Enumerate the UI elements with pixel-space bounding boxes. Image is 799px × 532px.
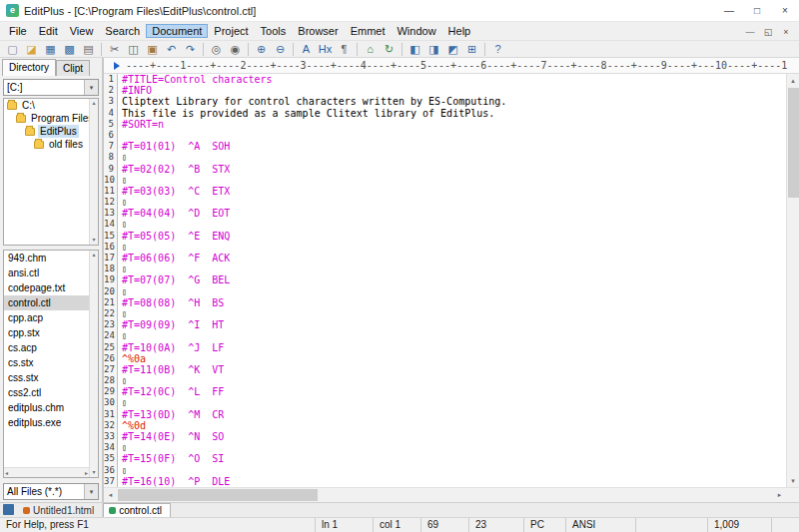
code-line[interactable]: 8 ▯ (104, 152, 786, 163)
font-size-button[interactable]: A (297, 41, 316, 57)
file-item[interactable]: cs.stx (4, 355, 98, 370)
code-line[interactable]: 25 #T=10(0A) ^J LF (104, 342, 786, 353)
code-line[interactable]: 34 ▯ (104, 442, 786, 453)
code-line[interactable]: 14 ▯ (104, 219, 786, 230)
code-line[interactable]: 9 #T=02(02) ^B STX (104, 164, 786, 175)
code-line[interactable]: 12 ▯ (104, 197, 786, 208)
mdi-close-button[interactable]: × (777, 24, 795, 39)
print-button[interactable]: ▤ (79, 41, 98, 57)
code-line[interactable]: 35 #T=15(0F) ^O SI (104, 453, 786, 464)
file-item[interactable]: ansi.ctl (4, 266, 98, 280)
file-item[interactable]: editplus.chm (4, 400, 98, 415)
code-line[interactable]: 30 ▯ (104, 397, 786, 408)
menu-item[interactable]: Edit (33, 24, 64, 38)
minimize-button[interactable]: — (715, 0, 743, 22)
cliptext-window-button[interactable]: ◧ (405, 41, 424, 57)
text-area[interactable]: 1 #TITLE=Control characters 2 #INFO 3 Cl… (104, 74, 799, 487)
menu-item[interactable]: Window (391, 24, 441, 38)
scroll-up-icon[interactable]: ▴ (90, 99, 98, 108)
document-selector-button[interactable] (3, 504, 14, 515)
toolbar-button[interactable] (290, 41, 297, 57)
scroll-left-icon[interactable]: ◂ (104, 488, 117, 502)
find-button[interactable]: ◎ (207, 41, 226, 57)
browser-view-button[interactable]: ⌂ (361, 41, 380, 57)
word-wrap-button[interactable]: ¶ (335, 41, 354, 57)
scroll-left-icon[interactable]: ◂ (5, 469, 8, 476)
scroll-right-icon[interactable]: ▸ (85, 469, 88, 476)
toolbar-button[interactable] (354, 41, 361, 57)
file-filter-selector[interactable]: All Files (*.*) ▾ (3, 483, 99, 500)
menu-item[interactable]: Help (442, 24, 477, 38)
scroll-down-icon[interactable]: ▾ (90, 236, 98, 245)
code-line[interactable]: 18 ▯ (104, 264, 786, 274)
file-item[interactable]: cs.acp (4, 340, 98, 355)
copy-button[interactable]: ◫ (124, 41, 143, 57)
file-item[interactable]: cpp.stx (4, 325, 98, 340)
menu-item[interactable]: Document (146, 24, 208, 38)
code-line[interactable]: 5 #SORT=n (104, 119, 786, 130)
menu-item[interactable]: Project (208, 24, 254, 38)
code-line[interactable]: 17 #T=06(06) ^F ACK (104, 253, 786, 264)
scroll-down-icon[interactable]: ▾ (90, 468, 98, 477)
cut-button[interactable]: ✂ (105, 41, 124, 57)
menu-item[interactable]: File (3, 24, 33, 38)
menu-item[interactable]: View (64, 24, 100, 38)
file-item[interactable]: cpp.acp (4, 310, 98, 325)
maximize-button[interactable]: □ (743, 0, 771, 22)
scroll-down-icon[interactable]: ▾ (787, 474, 799, 487)
undo-button[interactable]: ↶ (162, 41, 181, 57)
code-line[interactable]: 15 #T=05(05) ^E ENQ (104, 231, 786, 242)
tree-item[interactable]: EditPlus (4, 125, 98, 138)
code-line[interactable]: 24 ▯ (104, 330, 786, 341)
file-item[interactable]: 949.chm (4, 251, 98, 266)
menu-item[interactable]: Search (99, 24, 146, 38)
code-line[interactable]: 22 ▯ (104, 308, 786, 319)
keyboard-help-button[interactable]: ? (488, 41, 507, 57)
code-line[interactable]: 33 #T=14(0E) ^N SO (104, 431, 786, 442)
scroll-right-icon[interactable]: ▸ (773, 488, 786, 502)
new-document-button[interactable]: ▢ (3, 41, 22, 57)
toolbar-button[interactable] (98, 41, 105, 57)
file-item[interactable]: control.ctl (4, 295, 98, 310)
code-line[interactable]: 7 #T=01(01) ^A SOH (104, 141, 786, 152)
code-line[interactable]: 23 #T=09(09) ^I HT (104, 319, 786, 330)
code-line[interactable]: 32 ^%0d (104, 420, 786, 431)
file-item[interactable]: css2.ctl (4, 385, 98, 400)
document-tab[interactable]: control.ctl (103, 503, 171, 517)
mdi-restore-button[interactable]: ◱ (759, 24, 777, 39)
code-line[interactable]: 13 #T=04(04) ^D EOT (104, 208, 786, 219)
code-line[interactable]: 36 ▯ (104, 465, 786, 476)
vscroll-thumb[interactable] (788, 88, 799, 198)
toolbar-button[interactable] (399, 41, 405, 57)
mdi-minimize-button[interactable]: — (741, 24, 759, 39)
code-line[interactable]: 19 #T=07(07) ^G BEL (104, 274, 786, 285)
code-line[interactable]: 28 ▯ (104, 375, 786, 386)
hscroll-thumb[interactable] (118, 489, 318, 501)
zoom-out-button[interactable]: ⊖ (271, 41, 290, 57)
code-line[interactable]: 11 #T=03(03) ^C ETX (104, 186, 786, 197)
code-line[interactable]: 4 This file is provided as a sample Clit… (104, 108, 786, 119)
menu-item[interactable]: Emmet (345, 24, 392, 38)
chevron-down-icon[interactable]: ▾ (84, 484, 98, 499)
redo-button[interactable]: ↷ (181, 41, 200, 57)
close-button[interactable]: × (771, 0, 799, 22)
chevron-down-icon[interactable]: ▾ (84, 80, 98, 95)
tree-item[interactable]: Program Files (4, 112, 98, 125)
drive-selector[interactable]: [C:] ▾ (3, 79, 99, 96)
editor-hscrollbar[interactable]: ◂ ▸ (104, 487, 799, 502)
toolbar-button[interactable] (200, 41, 207, 57)
file-item[interactable]: codepage.txt (4, 280, 98, 295)
output-window-button[interactable]: ◩ (443, 41, 462, 57)
hex-viewer-button[interactable]: Hx (316, 41, 335, 57)
directory-window-button[interactable]: ◨ (424, 41, 443, 57)
paste-button[interactable]: ▣ (143, 41, 162, 57)
scroll-up-icon[interactable]: ▴ (90, 251, 98, 260)
toolbar-button[interactable] (481, 41, 488, 57)
fullscreen-button[interactable]: ⊞ (462, 41, 481, 57)
save-all-button[interactable]: ▩ (60, 41, 79, 57)
code-line[interactable]: 20 ▯ (104, 286, 786, 297)
file-list-hscrollbar[interactable]: ◂ ▸ (4, 467, 89, 477)
code-line[interactable]: 16 ▯ (104, 242, 786, 253)
code-line[interactable]: 10 ▯ (104, 175, 786, 186)
menu-item[interactable]: Browser (292, 24, 344, 38)
